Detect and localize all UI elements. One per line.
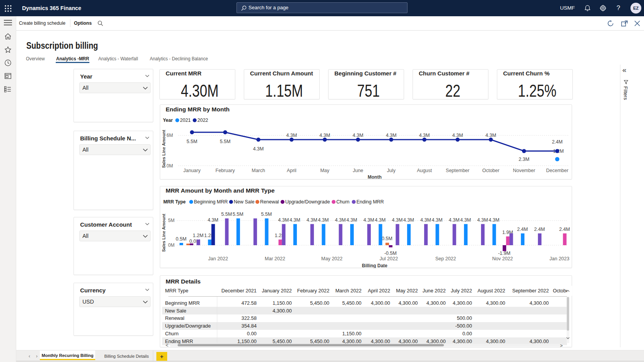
svg-text:Jan 2022: Jan 2022 — [208, 256, 228, 261]
svg-text:August 2022: August 2022 — [478, 288, 505, 294]
svg-text:4.3M: 4.3M — [335, 217, 346, 223]
svg-text:MRR Amount by Month and MRR Ty: MRR Amount by Month and MRR Type — [166, 187, 275, 194]
svg-text:4,300.00: 4,300.00 — [529, 300, 549, 306]
svg-text:4,300.00: 4,300.00 — [529, 338, 549, 344]
svg-text:July: July — [387, 168, 396, 173]
svg-text:Nov 2022: Nov 2022 — [492, 256, 513, 261]
svg-text:4.3M: 4.3M — [420, 217, 431, 223]
svg-text:4.3M: 4.3M — [307, 217, 317, 223]
svg-text:May 2022: May 2022 — [396, 288, 418, 294]
svg-text:Upgrade/Downgrade: Upgrade/Downgrade — [165, 323, 211, 329]
svg-text:MRR Type: MRR Type — [165, 288, 188, 294]
svg-text:5,450.00: 5,450.00 — [272, 338, 292, 344]
svg-text:4.3M: 4.3M — [452, 133, 463, 138]
svg-text:4.3M: 4.3M — [386, 133, 397, 138]
svg-text:4,300.00: 4,300.00 — [342, 338, 361, 344]
svg-text:New Sale: New Sale — [234, 199, 255, 205]
svg-text:-1.9M: -1.9M — [498, 251, 510, 256]
svg-text:354.84: 354.84 — [242, 323, 257, 329]
svg-text:Jan 2023: Jan 2023 — [550, 256, 569, 261]
svg-text:2.4M: 2.4M — [534, 227, 545, 232]
svg-text:2021: 2021 — [180, 118, 191, 123]
svg-text:4.3M: 4.3M — [489, 217, 500, 223]
svg-text:April: April — [287, 168, 296, 173]
svg-text:4.3M: 4.3M — [432, 217, 443, 223]
svg-text:4.3M: 4.3M — [419, 133, 430, 138]
svg-text:4.3M: 4.3M — [319, 133, 330, 138]
svg-text:October: October — [482, 168, 499, 173]
svg-text:July 2022: July 2022 — [451, 288, 472, 294]
svg-text:2.3M: 2.3M — [519, 157, 529, 162]
svg-text:Churn: Churn — [165, 331, 179, 336]
svg-text:Upgrade/Downgrade: Upgrade/Downgrade — [285, 199, 330, 205]
svg-text:5,450.00: 5,450.00 — [310, 338, 329, 344]
svg-text:August: August — [417, 168, 432, 173]
svg-text:5,450.00: 5,450.00 — [310, 300, 329, 306]
svg-text:4.3M: 4.3M — [207, 217, 218, 223]
svg-text:4,300.00: 4,300.00 — [453, 338, 472, 344]
svg-text:0.5M: 0.5M — [382, 236, 392, 241]
svg-text:4.3M: 4.3M — [346, 217, 357, 223]
svg-text:Ending MRR: Ending MRR — [165, 338, 194, 344]
svg-text:November: November — [513, 168, 535, 173]
svg-text:MRR Type: MRR Type — [163, 199, 186, 205]
svg-text:<: < — [166, 343, 168, 347]
svg-text:472.58: 472.58 — [242, 300, 257, 306]
svg-text:5.5M: 5.5M — [233, 212, 243, 217]
svg-text:5M: 5M — [168, 218, 175, 223]
svg-text:0.00: 0.00 — [247, 331, 257, 336]
svg-text:-500.00: -500.00 — [455, 323, 472, 329]
svg-text:September: September — [446, 168, 469, 173]
svg-text:0.5M: 0.5M — [176, 236, 187, 242]
svg-text:4.3M: 4.3M — [253, 146, 264, 152]
svg-text:4.3M: 4.3M — [363, 217, 374, 223]
svg-text:4,300.00: 4,300.00 — [453, 300, 472, 306]
svg-text:4.3M: 4.3M — [485, 133, 496, 138]
svg-text:5.5M: 5.5M — [220, 139, 231, 144]
svg-text:June 2022: June 2022 — [423, 288, 446, 294]
svg-text:4,300.00: 4,300.00 — [371, 300, 390, 306]
svg-text:Beginning MRR: Beginning MRR — [165, 300, 200, 306]
svg-text:4,300.00: 4,300.00 — [486, 338, 505, 344]
svg-text:1,150.00: 1,150.00 — [342, 331, 361, 336]
svg-text:February: February — [216, 168, 235, 173]
svg-text:5,450.00: 5,450.00 — [342, 300, 361, 306]
svg-text:4.3M: 4.3M — [353, 133, 363, 138]
svg-text:6M: 6M — [166, 133, 173, 138]
svg-text:Beginning MRR: Beginning MRR — [194, 199, 228, 205]
svg-text:4.3M: 4.3M — [449, 217, 460, 223]
svg-text:March 2022: March 2022 — [335, 288, 361, 294]
svg-text:March: March — [252, 168, 265, 173]
svg-text:-0.5M: -0.5M — [384, 251, 397, 256]
svg-text:January 2022: January 2022 — [262, 288, 292, 294]
svg-text:4,300.00: 4,300.00 — [426, 300, 446, 306]
svg-text:December: December — [546, 168, 569, 173]
svg-text:Churn: Churn — [336, 199, 349, 205]
svg-text:Billing Date: Billing Date — [362, 263, 387, 268]
svg-text:5.5M: 5.5M — [221, 212, 232, 217]
svg-text:4.3M: 4.3M — [375, 217, 386, 223]
svg-text:February 2022: February 2022 — [297, 288, 329, 294]
svg-text:500.00: 500.00 — [457, 315, 472, 321]
svg-text:Renewal: Renewal — [165, 315, 185, 321]
svg-text:4.3M: 4.3M — [289, 217, 300, 223]
svg-text:4,300.00: 4,300.00 — [272, 308, 292, 314]
svg-text:Month: Month — [368, 174, 382, 180]
svg-text:4,300.00: 4,300.00 — [371, 338, 390, 344]
svg-text:4,300.00: 4,300.00 — [486, 300, 505, 306]
svg-text:4.3M: 4.3M — [403, 217, 414, 223]
svg-text:Year: Year — [163, 118, 173, 123]
svg-text:5.5M: 5.5M — [187, 139, 197, 144]
svg-text:2.4M: 2.4M — [552, 139, 563, 145]
svg-text:Ending MRR: Ending MRR — [356, 199, 384, 205]
svg-text:0.00: 0.00 — [462, 331, 472, 336]
svg-text:4.3M: 4.3M — [278, 217, 289, 223]
svg-text:May: May — [320, 168, 329, 173]
svg-text:September 2022: September 2022 — [512, 288, 549, 294]
svg-text:4,300.00: 4,300.00 — [399, 338, 418, 344]
svg-text:4.3M: 4.3M — [477, 217, 488, 223]
svg-text:4,300.00: 4,300.00 — [426, 338, 446, 344]
svg-text:2022: 2022 — [197, 118, 208, 123]
svg-text:2.4M: 2.4M — [559, 227, 570, 232]
svg-text:Ending MRR by Month: Ending MRR by Month — [166, 106, 230, 113]
